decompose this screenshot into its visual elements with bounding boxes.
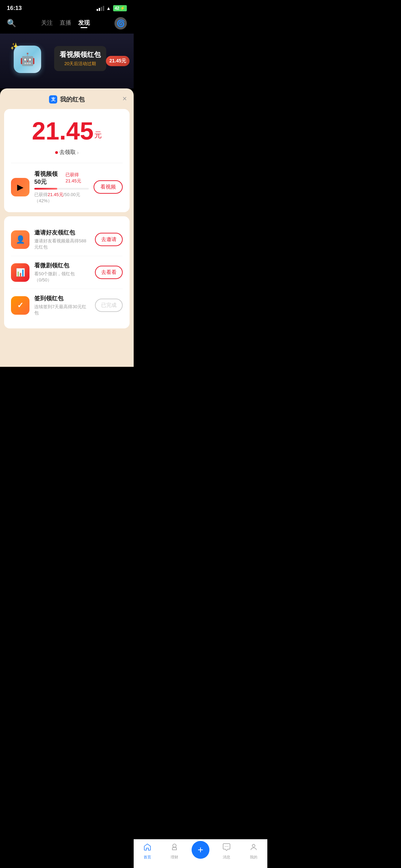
checkin-icon: ✓ bbox=[11, 296, 29, 315]
top-navigation: 🔍 关注 直播 发现 🌀 bbox=[0, 14, 134, 34]
drama-info: 看微剧领红包 看50个微剧，领红包（0/50） bbox=[34, 262, 90, 283]
hero-mascot: ✨ 🤖 bbox=[14, 46, 45, 76]
modal-header: 支 我的红包 × bbox=[0, 88, 134, 109]
amount-display: 21.45元 bbox=[11, 119, 123, 143]
invite-icon: 👤 bbox=[11, 230, 29, 249]
drama-title: 看微剧领红包 bbox=[34, 262, 90, 269]
collect-arrow-icon: › bbox=[77, 150, 79, 155]
collect-dot-icon bbox=[55, 151, 58, 154]
tab-live[interactable]: 直播 bbox=[60, 19, 71, 28]
video-title: 看视频领50元 bbox=[34, 170, 63, 186]
list-item: 📊 看微剧领红包 看50个微剧，领红包（0/50） 去看看 bbox=[11, 256, 123, 289]
invite-info: 邀请好友领红包 邀请好友看视频最高得588元红包 bbox=[34, 229, 90, 250]
hero-main-text: 看视频领红包 bbox=[60, 50, 101, 59]
list-item: ✓ 签到领红包 连续签到7天最高得30元红包 已完成 bbox=[11, 289, 123, 322]
avatar[interactable]: 🌀 bbox=[114, 17, 127, 29]
watch-video-button[interactable]: 看视频 bbox=[94, 180, 123, 194]
progress-label: 已获得 bbox=[34, 192, 48, 197]
status-bar: 16:13 ▲ 42 ⚡ bbox=[0, 0, 134, 14]
amount-value: 21.45 bbox=[32, 117, 94, 145]
drama-button[interactable]: 去看看 bbox=[95, 266, 123, 279]
checkin-desc: 连续签到7天最高得30元红包 bbox=[34, 304, 90, 316]
progress-text: 已获得21.45元/50.00元（42%） bbox=[34, 192, 89, 204]
invite-button[interactable]: 去邀请 bbox=[95, 233, 123, 246]
hero-amount-badge: 21.45元 bbox=[106, 56, 130, 66]
collect-text: 去领取 bbox=[59, 149, 76, 156]
video-section: ▶ 看视频领50元 已获得21.45元 已获得21.45元/50.00元（42%… bbox=[11, 163, 123, 204]
progress-fill bbox=[34, 188, 57, 190]
progress-bar bbox=[34, 188, 89, 190]
modal-sheet: 支 我的红包 × 21.45元 去领取 › ▶ 看视频领50元 已获得21.45… bbox=[0, 88, 134, 367]
invite-desc: 邀请好友看视频最高得588元红包 bbox=[34, 238, 90, 250]
total-amount: 50.00元 bbox=[64, 192, 80, 197]
alipay-icon: 支 bbox=[49, 95, 57, 104]
collect-link[interactable]: 去领取 › bbox=[11, 149, 123, 156]
nav-tabs: 关注 直播 发现 bbox=[41, 19, 90, 28]
hero-sub-text: 20天后活动过期 bbox=[60, 61, 101, 67]
mascot-character: 🤖 bbox=[14, 46, 41, 73]
earned-amount: 21.45元 bbox=[48, 192, 63, 197]
tab-discover[interactable]: 发现 bbox=[78, 19, 90, 28]
status-indicators: ▲ 42 ⚡ bbox=[97, 5, 127, 11]
hero-speech-bubble: 看视频领红包 20天后活动过期 bbox=[54, 46, 106, 71]
actions-list: 👤 邀请好友领红包 邀请好友看视频最高得588元红包 去邀请 📊 看微剧领红包 … bbox=[4, 216, 130, 328]
close-button[interactable]: × bbox=[122, 94, 127, 103]
drama-desc: 看50个微剧，领红包（0/50） bbox=[34, 271, 90, 283]
drama-icon: 📊 bbox=[11, 263, 29, 282]
wifi-icon: ▲ bbox=[106, 5, 111, 11]
progress-pct: 42% bbox=[39, 198, 48, 203]
tab-follow[interactable]: 关注 bbox=[41, 19, 53, 28]
video-title-row: 看视频领50元 已获得21.45元 bbox=[34, 170, 89, 186]
video-icon: ▶ bbox=[11, 178, 29, 196]
hero-banner: ✨ 🤖 看视频领红包 20天后活动过期 21.45元 bbox=[0, 34, 134, 88]
search-icon[interactable]: 🔍 bbox=[7, 19, 16, 28]
invite-title: 邀请好友领红包 bbox=[34, 229, 90, 237]
modal-title: 支 我的红包 bbox=[49, 95, 85, 104]
checkin-info: 签到领红包 连续签到7天最高得30元红包 bbox=[34, 294, 90, 316]
amount-card: 21.45元 去领取 › ▶ 看视频领50元 已获得21.45元 已获得21.4… bbox=[4, 109, 130, 212]
checkin-button[interactable]: 已完成 bbox=[95, 299, 123, 312]
battery-indicator: 42 ⚡ bbox=[113, 5, 127, 11]
amount-unit: 元 bbox=[94, 131, 102, 139]
list-item: 👤 邀请好友领红包 邀请好友看视频最高得588元红包 去邀请 bbox=[11, 223, 123, 256]
earned-badge: 已获得21.45元 bbox=[65, 172, 89, 184]
status-time: 16:13 bbox=[7, 5, 22, 12]
video-info: 看视频领50元 已获得21.45元 已获得21.45元/50.00元（42%） bbox=[34, 170, 89, 204]
signal-icon bbox=[97, 6, 104, 11]
checkin-title: 签到领红包 bbox=[34, 294, 90, 302]
